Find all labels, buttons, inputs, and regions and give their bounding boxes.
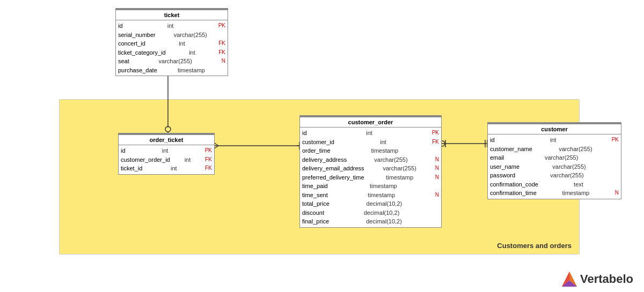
table-row: preferred_delivery_time timestamp N (302, 173, 439, 182)
table-row: seat varchar(255) N (118, 57, 225, 66)
vertabelo-logo-text: Vertabelo (580, 272, 633, 286)
customer-table-header: customer (488, 123, 621, 134)
table-row: ticket_category_id int FK (118, 48, 225, 57)
table-row: time_sent timestamp N (302, 191, 439, 200)
order-ticket-table: order_ticket id int PK customer_order_id… (118, 133, 215, 175)
logo-area: Vertabelo (562, 272, 633, 287)
table-row: discount decimal(10,2) (302, 208, 439, 218)
order-ticket-table-header: order_ticket (119, 133, 214, 145)
table-row: customer_name varchar(255) (490, 145, 619, 154)
table-row: email varchar(255) (490, 153, 619, 162)
table-row: delivery_address varchar(255) N (302, 155, 439, 164)
table-row: id int PK (490, 136, 619, 145)
table-row: order_time timestamp (302, 146, 439, 155)
customer-order-table: customer_order id int PK customer_id int… (299, 115, 442, 228)
table-row: ticket_id int FK (121, 164, 212, 173)
ticket-table-header: ticket (116, 9, 228, 20)
customer-order-table-body: id int PK customer_id int FK order_time … (300, 128, 441, 227)
table-row: concert_id int FK (118, 39, 225, 48)
table-row: customer_order_id int FK (121, 155, 212, 164)
table-row: final_price decimal(10,2) (302, 217, 439, 226)
table-row: confirmation_code text (490, 180, 619, 189)
vertabelo-logo-icon (562, 272, 577, 287)
table-row: id int PK (302, 129, 439, 138)
table-row: delivery_email_address varchar(255) N (302, 164, 439, 173)
table-row: password varchar(255) (490, 171, 619, 180)
table-row: customer_id int FK (302, 138, 439, 147)
customer-table: customer id int PK customer_name varchar… (487, 122, 621, 199)
customer-order-table-header: customer_order (300, 116, 441, 128)
ticket-table: ticket id int PK serial_number varchar(2… (115, 8, 228, 76)
diagram-area: Customers and orders ticket i (0, 0, 644, 292)
customer-table-body: id int PK customer_name varchar(255) ema… (488, 134, 621, 199)
ticket-table-body: id int PK serial_number varchar(255) con… (116, 20, 228, 76)
table-row: id int PK (121, 146, 212, 155)
table-row: id int PK (118, 21, 225, 31)
table-row: serial_number varchar(255) (118, 31, 225, 40)
table-row: user_name varchar(255) (490, 162, 619, 171)
group-label: Customers and orders (497, 242, 572, 250)
order-ticket-table-body: id int PK customer_order_id int FK ticke… (119, 145, 214, 174)
table-row: purchase_date timestamp (118, 66, 225, 75)
table-row: confirmation_time timestamp N (490, 189, 619, 198)
table-row: time_paid timestamp (302, 182, 439, 191)
table-row: total_price decimal(10,2) (302, 199, 439, 208)
